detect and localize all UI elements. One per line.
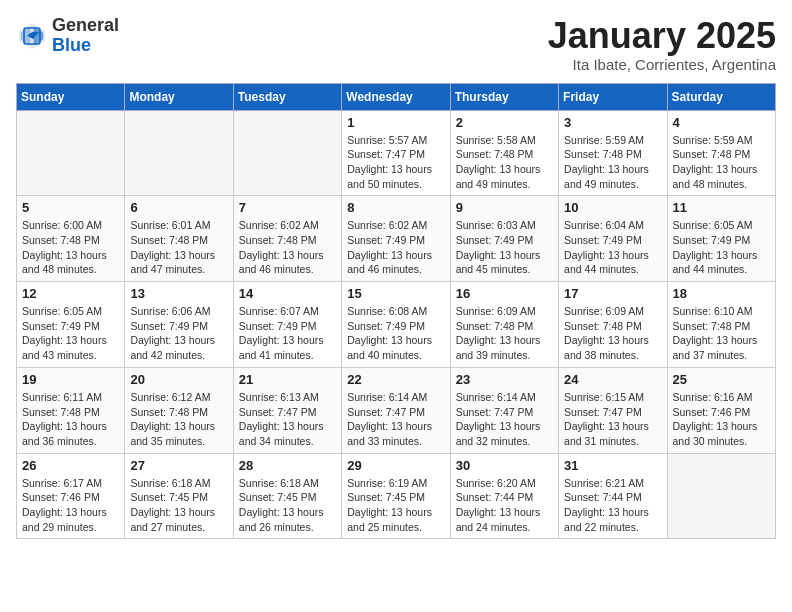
logo-text: General Blue [52,16,119,56]
calendar-cell: 31Sunrise: 6:21 AMSunset: 7:44 PMDayligh… [559,453,667,539]
day-info: Sunrise: 6:01 AMSunset: 7:48 PMDaylight:… [130,218,227,277]
day-number: 19 [22,372,119,387]
calendar-cell: 13Sunrise: 6:06 AMSunset: 7:49 PMDayligh… [125,282,233,368]
day-info: Sunrise: 6:00 AMSunset: 7:48 PMDaylight:… [22,218,119,277]
day-info: Sunrise: 6:07 AMSunset: 7:49 PMDaylight:… [239,304,336,363]
calendar-cell: 24Sunrise: 6:15 AMSunset: 7:47 PMDayligh… [559,367,667,453]
weekday-header-sunday: Sunday [17,83,125,110]
day-info: Sunrise: 6:12 AMSunset: 7:48 PMDaylight:… [130,390,227,449]
calendar-cell [17,110,125,196]
calendar-cell [233,110,341,196]
day-number: 14 [239,286,336,301]
day-info: Sunrise: 6:02 AMSunset: 7:48 PMDaylight:… [239,218,336,277]
day-info: Sunrise: 5:59 AMSunset: 7:48 PMDaylight:… [673,133,770,192]
day-info: Sunrise: 6:17 AMSunset: 7:46 PMDaylight:… [22,476,119,535]
calendar-week-4: 19Sunrise: 6:11 AMSunset: 7:48 PMDayligh… [17,367,776,453]
day-info: Sunrise: 6:14 AMSunset: 7:47 PMDaylight:… [347,390,444,449]
day-number: 10 [564,200,661,215]
calendar-cell: 4Sunrise: 5:59 AMSunset: 7:48 PMDaylight… [667,110,775,196]
calendar-cell: 10Sunrise: 6:04 AMSunset: 7:49 PMDayligh… [559,196,667,282]
calendar-cell: 18Sunrise: 6:10 AMSunset: 7:48 PMDayligh… [667,282,775,368]
day-info: Sunrise: 6:09 AMSunset: 7:48 PMDaylight:… [456,304,553,363]
day-info: Sunrise: 6:13 AMSunset: 7:47 PMDaylight:… [239,390,336,449]
day-number: 29 [347,458,444,473]
calendar-cell: 22Sunrise: 6:14 AMSunset: 7:47 PMDayligh… [342,367,450,453]
day-info: Sunrise: 6:09 AMSunset: 7:48 PMDaylight:… [564,304,661,363]
day-number: 20 [130,372,227,387]
day-number: 18 [673,286,770,301]
weekday-header-friday: Friday [559,83,667,110]
calendar-cell: 25Sunrise: 6:16 AMSunset: 7:46 PMDayligh… [667,367,775,453]
calendar-week-2: 5Sunrise: 6:00 AMSunset: 7:48 PMDaylight… [17,196,776,282]
calendar-cell: 15Sunrise: 6:08 AMSunset: 7:49 PMDayligh… [342,282,450,368]
day-info: Sunrise: 6:04 AMSunset: 7:49 PMDaylight:… [564,218,661,277]
day-info: Sunrise: 6:15 AMSunset: 7:47 PMDaylight:… [564,390,661,449]
day-number: 2 [456,115,553,130]
day-number: 6 [130,200,227,215]
day-info: Sunrise: 6:20 AMSunset: 7:44 PMDaylight:… [456,476,553,535]
day-info: Sunrise: 6:14 AMSunset: 7:47 PMDaylight:… [456,390,553,449]
day-number: 11 [673,200,770,215]
day-info: Sunrise: 5:58 AMSunset: 7:48 PMDaylight:… [456,133,553,192]
calendar-cell: 14Sunrise: 6:07 AMSunset: 7:49 PMDayligh… [233,282,341,368]
day-number: 31 [564,458,661,473]
day-number: 27 [130,458,227,473]
day-number: 16 [456,286,553,301]
calendar-cell: 27Sunrise: 6:18 AMSunset: 7:45 PMDayligh… [125,453,233,539]
day-number: 8 [347,200,444,215]
day-number: 12 [22,286,119,301]
calendar-cell: 12Sunrise: 6:05 AMSunset: 7:49 PMDayligh… [17,282,125,368]
calendar-table: SundayMondayTuesdayWednesdayThursdayFrid… [16,83,776,540]
calendar-cell: 21Sunrise: 6:13 AMSunset: 7:47 PMDayligh… [233,367,341,453]
calendar-cell [667,453,775,539]
day-info: Sunrise: 6:18 AMSunset: 7:45 PMDaylight:… [130,476,227,535]
calendar-cell: 5Sunrise: 6:00 AMSunset: 7:48 PMDaylight… [17,196,125,282]
day-info: Sunrise: 5:57 AMSunset: 7:47 PMDaylight:… [347,133,444,192]
day-info: Sunrise: 6:11 AMSunset: 7:48 PMDaylight:… [22,390,119,449]
day-number: 4 [673,115,770,130]
calendar-title: January 2025 [548,16,776,56]
day-number: 1 [347,115,444,130]
day-info: Sunrise: 6:18 AMSunset: 7:45 PMDaylight:… [239,476,336,535]
calendar-cell: 2Sunrise: 5:58 AMSunset: 7:48 PMDaylight… [450,110,558,196]
logo-icon [16,20,48,52]
calendar-cell [125,110,233,196]
day-info: Sunrise: 6:19 AMSunset: 7:45 PMDaylight:… [347,476,444,535]
calendar-week-1: 1Sunrise: 5:57 AMSunset: 7:47 PMDaylight… [17,110,776,196]
day-number: 7 [239,200,336,215]
day-info: Sunrise: 6:21 AMSunset: 7:44 PMDaylight:… [564,476,661,535]
day-number: 26 [22,458,119,473]
calendar-cell: 20Sunrise: 6:12 AMSunset: 7:48 PMDayligh… [125,367,233,453]
day-info: Sunrise: 6:02 AMSunset: 7:49 PMDaylight:… [347,218,444,277]
weekday-header-wednesday: Wednesday [342,83,450,110]
day-number: 3 [564,115,661,130]
weekday-header-saturday: Saturday [667,83,775,110]
calendar-cell: 3Sunrise: 5:59 AMSunset: 7:48 PMDaylight… [559,110,667,196]
calendar-cell: 26Sunrise: 6:17 AMSunset: 7:46 PMDayligh… [17,453,125,539]
calendar-cell: 19Sunrise: 6:11 AMSunset: 7:48 PMDayligh… [17,367,125,453]
calendar-cell: 28Sunrise: 6:18 AMSunset: 7:45 PMDayligh… [233,453,341,539]
day-number: 24 [564,372,661,387]
weekday-header-tuesday: Tuesday [233,83,341,110]
day-number: 23 [456,372,553,387]
calendar-cell: 7Sunrise: 6:02 AMSunset: 7:48 PMDaylight… [233,196,341,282]
day-number: 17 [564,286,661,301]
day-info: Sunrise: 6:16 AMSunset: 7:46 PMDaylight:… [673,390,770,449]
logo-blue: Blue [52,35,91,55]
calendar-subtitle: Ita Ibate, Corrientes, Argentina [548,56,776,73]
calendar-cell: 9Sunrise: 6:03 AMSunset: 7:49 PMDaylight… [450,196,558,282]
calendar-cell: 6Sunrise: 6:01 AMSunset: 7:48 PMDaylight… [125,196,233,282]
day-number: 15 [347,286,444,301]
weekday-header-thursday: Thursday [450,83,558,110]
calendar-cell: 30Sunrise: 6:20 AMSunset: 7:44 PMDayligh… [450,453,558,539]
day-number: 9 [456,200,553,215]
day-number: 13 [130,286,227,301]
day-info: Sunrise: 6:03 AMSunset: 7:49 PMDaylight:… [456,218,553,277]
logo: General Blue [16,16,119,56]
weekday-header-monday: Monday [125,83,233,110]
calendar-cell: 16Sunrise: 6:09 AMSunset: 7:48 PMDayligh… [450,282,558,368]
day-number: 25 [673,372,770,387]
day-info: Sunrise: 6:05 AMSunset: 7:49 PMDaylight:… [673,218,770,277]
day-number: 22 [347,372,444,387]
day-info: Sunrise: 5:59 AMSunset: 7:48 PMDaylight:… [564,133,661,192]
